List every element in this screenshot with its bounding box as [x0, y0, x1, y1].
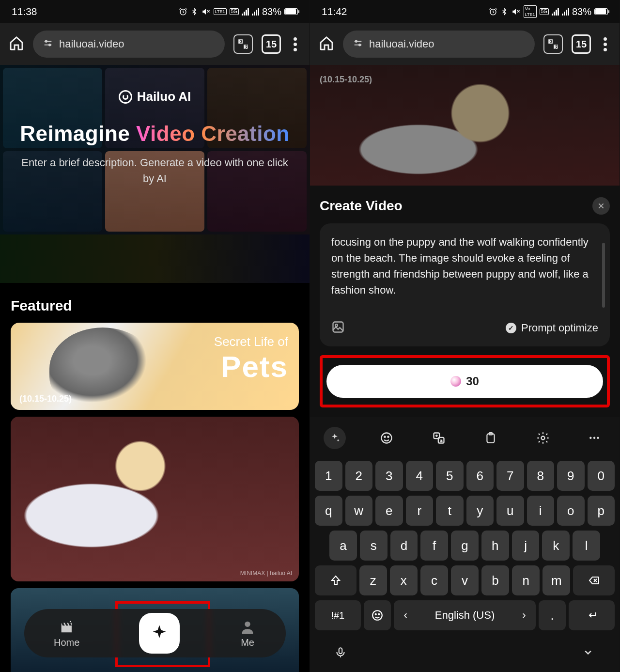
attach-image-button[interactable] — [331, 320, 345, 336]
key-backspace[interactable] — [573, 565, 615, 595]
key-h[interactable]: h — [481, 531, 509, 561]
key-shift[interactable] — [315, 565, 356, 595]
key-n[interactable]: n — [512, 565, 540, 595]
phone-left: 11:38 LTE1 5G 83% hailuoai.video G文 15 — [0, 0, 310, 672]
key-enter[interactable] — [569, 600, 615, 630]
collapse-keyboard-icon[interactable] — [581, 648, 595, 659]
hero: Hailuo AI Reimagine Video Creation Enter… — [0, 65, 310, 234]
watermark: MINIMAX | hailuo AI — [240, 570, 292, 577]
lte-badge: VoLTE1 — [524, 5, 537, 18]
tabs-count[interactable]: 15 — [262, 34, 281, 54]
key-1[interactable]: 1 — [315, 461, 342, 491]
close-button[interactable] — [592, 197, 610, 215]
key-t[interactable]: t — [436, 496, 464, 526]
url-bar[interactable]: hailuoai.video — [33, 31, 225, 58]
featured-pets-card[interactable]: Secret Life of Pets (10.15-10.25) — [11, 323, 299, 410]
featured-child-card[interactable]: MINIMAX | hailuo AI — [11, 417, 299, 581]
menu-icon[interactable] — [290, 33, 301, 55]
mute-icon — [201, 7, 211, 16]
battery-pct: 83% — [572, 6, 591, 17]
key-o[interactable]: o — [557, 496, 585, 526]
battery-pct: 83% — [262, 6, 281, 17]
nav-me[interactable]: Me — [239, 619, 256, 648]
nav-home[interactable]: Home — [54, 619, 79, 648]
key-b[interactable]: b — [481, 565, 509, 595]
page-content-left: Hailuo AI Reimagine Video Creation Enter… — [0, 65, 310, 672]
translate-icon[interactable]: G文 — [233, 34, 253, 54]
key-2[interactable]: 2 — [345, 461, 373, 491]
browser-home-icon[interactable] — [319, 35, 334, 53]
menu-icon[interactable] — [600, 33, 611, 55]
kb-emoji-icon[interactable] — [375, 427, 398, 449]
kb-clipboard-icon[interactable] — [480, 427, 502, 449]
key-l[interactable]: l — [573, 531, 600, 561]
tabs-count[interactable]: 15 — [572, 34, 591, 54]
bottom-nav: Home Me — [24, 609, 286, 657]
featured-heading: Featured — [0, 283, 310, 323]
key-c[interactable]: c — [420, 565, 448, 595]
fiveg-badge: 5G — [230, 8, 239, 15]
key-z[interactable]: z — [359, 565, 387, 595]
key-0[interactable]: 0 — [588, 461, 615, 491]
key-a[interactable]: a — [329, 531, 357, 561]
lte-badge: LTE1 — [214, 8, 227, 15]
key-u[interactable]: u — [496, 496, 524, 526]
svg-point-15 — [356, 40, 357, 42]
key-g[interactable]: g — [451, 531, 479, 561]
kb-row-zxcv: z x c v b n m — [315, 565, 615, 595]
clapper-icon — [59, 619, 75, 635]
key-s[interactable]: s — [360, 531, 388, 561]
key-8[interactable]: 8 — [527, 461, 555, 491]
key-6[interactable]: 6 — [466, 461, 494, 491]
key-symbols[interactable]: !#1 — [315, 600, 361, 630]
prompt-input[interactable]: focusing on the puppy and the wolf walki… — [331, 234, 598, 298]
key-x[interactable]: x — [390, 565, 418, 595]
phone-right: 11:42 VoLTE1 5G 83% hailuoai.video G文 15 — [310, 0, 620, 672]
key-e[interactable]: e — [375, 496, 403, 526]
key-p[interactable]: p — [588, 496, 615, 526]
generate-button[interactable]: 30 — [326, 365, 603, 398]
key-j[interactable]: j — [512, 531, 540, 561]
key-i[interactable]: i — [527, 496, 555, 526]
key-5[interactable]: 5 — [436, 461, 464, 491]
svg-point-22 — [335, 324, 338, 327]
key-9[interactable]: 9 — [557, 461, 585, 491]
svg-rect-36 — [339, 648, 342, 654]
key-w[interactable]: w — [345, 496, 373, 526]
key-f[interactable]: f — [420, 531, 448, 561]
nav-create[interactable] — [139, 613, 180, 654]
svg-point-5 — [46, 40, 47, 42]
chevron-right-icon: › — [522, 609, 526, 622]
url-bar[interactable]: hailuoai.video — [343, 31, 535, 58]
key-language[interactable]: ‹ English (US) › — [394, 600, 535, 630]
key-3[interactable]: 3 — [375, 461, 403, 491]
kb-translate-icon[interactable] — [428, 427, 450, 449]
browser-home-icon[interactable] — [9, 35, 24, 53]
key-q[interactable]: q — [315, 496, 342, 526]
prompt-optimize-toggle[interactable]: ✓ Prompt optimize — [506, 322, 598, 334]
mic-icon[interactable] — [334, 645, 347, 662]
key-r[interactable]: r — [406, 496, 434, 526]
key-d[interactable]: d — [390, 531, 418, 561]
key-y[interactable]: y — [466, 496, 494, 526]
credit-cost: 30 — [466, 375, 479, 388]
sparkle-icon — [150, 624, 169, 643]
key-7[interactable]: 7 — [496, 461, 524, 491]
key-4[interactable]: 4 — [406, 461, 434, 491]
svg-point-35 — [378, 614, 379, 615]
signal-icon-2 — [252, 8, 259, 16]
translate-icon[interactable]: G文 — [543, 34, 563, 54]
key-emoji[interactable] — [364, 600, 391, 630]
status-icons: VoLTE1 5G 83% — [489, 5, 608, 18]
shift-icon — [330, 575, 341, 586]
kb-more-icon[interactable]: ••• — [584, 427, 606, 449]
scrollbar[interactable] — [602, 243, 605, 308]
key-period[interactable]: . — [539, 600, 566, 630]
key-k[interactable]: k — [542, 531, 570, 561]
key-v[interactable]: v — [451, 565, 479, 595]
mute-icon — [511, 7, 521, 16]
browser-bar: hailuoai.video G文 15 — [310, 23, 620, 65]
key-m[interactable]: m — [542, 565, 570, 595]
kb-ai-icon[interactable] — [324, 427, 346, 449]
kb-settings-icon[interactable] — [532, 427, 554, 449]
